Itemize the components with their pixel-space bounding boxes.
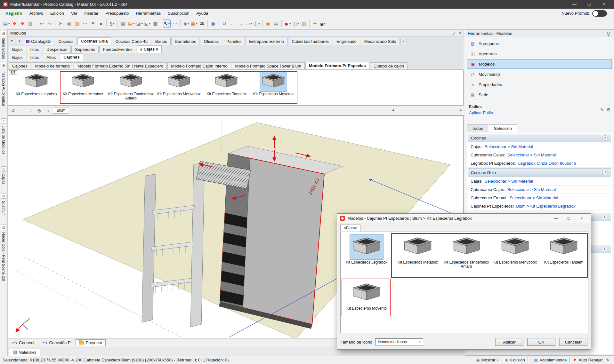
dock-tab-items-extras[interactable]: Items Extras — [1, 38, 6, 59]
menu-suscripcion[interactable]: Suscripción — [164, 9, 193, 18]
menu-ver[interactable]: Ver — [68, 9, 81, 18]
tab-fmt-externo-sin-frente[interactable]: Modelo Formato Externo Sin Frente Especi… — [74, 62, 167, 69]
tab-cocinas-gola[interactable]: Cocinas Gola — [77, 37, 111, 45]
dialog-item-metabox[interactable]: Kit Especieros Metabox — [394, 234, 442, 265]
material-link[interactable]: Seleccionar > Sin Material — [510, 195, 558, 200]
dialog-item-legrabox[interactable]: Kit Especieros Legrabox — [343, 234, 391, 265]
colision-toggle-button[interactable]: ▣ Colisión — [502, 357, 528, 363]
modulation-icon[interactable]: ▦ — [119, 20, 127, 28]
plan-view-icon[interactable]: ▭ — [245, 20, 252, 28]
apply-button[interactable]: Aplicar — [495, 338, 523, 346]
refresh-icon[interactable]: ↺ — [10, 107, 17, 114]
tab-materiales[interactable]: Materiales — [9, 349, 40, 356]
collapse-chevron-icon[interactable]: » — [602, 215, 607, 220]
tab-sub-bajos[interactable]: Bajos — [9, 54, 26, 61]
material-link[interactable]: Seleccionar > Sin Material — [485, 179, 533, 184]
dock-tab-lista-de-modulos[interactable]: Lista de Módulos — [1, 125, 6, 154]
tab-paneles[interactable]: Paneles — [223, 38, 245, 45]
collapse-chevron-icon[interactable]: » — [602, 135, 608, 141]
table-icon[interactable]: ▦ — [190, 20, 198, 28]
user-icon[interactable]: ☻ — [283, 20, 292, 28]
catalog-dropdown-icon[interactable]: ▾ — [9, 38, 15, 44]
tab-sub-islas[interactable]: Islas — [27, 54, 43, 61]
tool-movimiento[interactable]: ⇄Movimiento — [467, 69, 612, 79]
search-icon[interactable]: ◎ — [36, 107, 43, 114]
camera-icon[interactable]: ◙ — [319, 20, 327, 28]
tool-agregados[interactable]: ▤Agregados — [467, 39, 612, 48]
tab-entrepano-externo[interactable]: Entrepaño Externo — [246, 38, 287, 45]
tab-dormitorios[interactable]: Dormitorios — [171, 38, 199, 45]
print-icon[interactable]: ▥ — [27, 20, 34, 28]
menu-ayuda[interactable]: Ayuda — [193, 9, 212, 18]
menu-herramientas[interactable]: Herramientas — [132, 9, 164, 18]
section-header-cocinas[interactable]: Cocinas » — [468, 134, 611, 142]
cancel-button[interactable]: Cancelar — [559, 338, 587, 346]
tab-mecanizado-solo[interactable]: Mecanizado Solo — [361, 38, 400, 45]
filter-chip-blum[interactable]: Blum — [53, 107, 69, 114]
line-tool-icon[interactable]: — — [18, 107, 25, 114]
delete-icon[interactable]: × — [97, 20, 105, 28]
minimize-button[interactable]: — — [567, 0, 582, 9]
pane-scroll-right-icon[interactable]: ► — [459, 108, 463, 112]
insert-icon[interactable]: → — [27, 107, 34, 114]
paste-icon[interactable]: ▨ — [73, 20, 81, 28]
tab-connect[interactable]: Connect — [9, 339, 38, 346]
redo-icon[interactable]: ↪ — [46, 20, 53, 28]
material-link[interactable]: Seleccionar > Sin Material — [485, 144, 533, 149]
sustituir-icon[interactable]: ▤ — [1, 193, 6, 199]
tab-catalog3d[interactable]: Catalog3D — [23, 38, 54, 45]
save-icon[interactable]: ▤ — [3, 20, 10, 28]
tab-fmt-cuerpo-de-cajon[interactable]: Cuerpo de cajón — [370, 62, 408, 69]
items-extras-icon[interactable]: ▦ — [1, 31, 6, 36]
select-cursor-icon[interactable]: ↖ — [163, 20, 171, 28]
maximize-button[interactable]: □ — [582, 0, 596, 9]
catalog-scroll-left-icon[interactable]: ◂ — [16, 38, 22, 44]
hacer-cola-icon[interactable]: ▥ — [1, 225, 6, 230]
tab-cocinas[interactable]: Cocinas — [55, 38, 77, 45]
cut-icon[interactable]: ✂ — [57, 20, 65, 28]
tab-fmt-cajon-interno[interactable]: Modelo Formato Cajón Interno — [167, 62, 231, 69]
gallery-item-tandem[interactable]: Kit Especieros Tandem — [201, 70, 251, 105]
block-icon[interactable]: ▩ — [152, 20, 159, 28]
icon-size-select[interactable]: Iconos medianos — [375, 338, 423, 345]
section-header-cocinas-gola[interactable]: Cocinas Gola » — [468, 168, 611, 177]
menu-registro[interactable]: Registro — [2, 9, 26, 18]
dock-tab-hacer-cola[interactable]: Hacer Cola - Real Scene 2.0 — [1, 232, 6, 281]
diamond-icon[interactable]: ◆ — [182, 20, 190, 28]
tab-islas[interactable]: Islas — [27, 46, 43, 53]
dialog-item-movento[interactable]: Kit Especieros Movento — [343, 281, 391, 311]
dialog-item-tandembox-antaro[interactable]: Kit Especieros Tandembox Antaro — [442, 234, 490, 269]
dialog-maximize-button[interactable]: □ — [562, 214, 575, 223]
menu-archivo[interactable]: Archivo — [26, 9, 47, 18]
layers-icon[interactable]: ▤ — [272, 20, 280, 28]
catalog-scroll-right-icon[interactable]: ▸ — [400, 38, 407, 44]
light-icon[interactable]: ✦ — [311, 20, 319, 28]
close-panel-icon[interactable]: × — [458, 31, 461, 35]
dialog-close-button[interactable]: × — [575, 214, 588, 223]
ok-button[interactable]: OK — [527, 338, 555, 346]
edit-pencil-icon[interactable]: ✎ — [606, 358, 610, 362]
gallery-item-metabox[interactable]: Kit Especieros Metabox — [61, 70, 105, 105]
tab-superiores[interactable]: Superiores — [71, 46, 99, 53]
gallery-item-tandembox-antaro[interactable]: Kit Especieros Tandembox Antaro — [105, 70, 157, 105]
angle-icon[interactable]: ◣ — [144, 20, 151, 28]
tab-oficinas[interactable]: Oficinas — [200, 38, 222, 45]
menu-presupuesto[interactable]: Presupuesto — [102, 9, 132, 18]
eye-icon[interactable]: ◉ — [209, 20, 217, 28]
tab-conexion-p[interactable]: Conexión P — [39, 339, 74, 346]
gallery-item-movento[interactable]: Kit Especieros Movento — [251, 70, 296, 105]
tab-bajos[interactable]: Bajos — [9, 46, 26, 53]
render-icon[interactable]: ▣ — [264, 20, 272, 28]
shapes-icon[interactable]: ◪ — [135, 20, 143, 28]
auto-rebajar-button[interactable]: ▼ Auto Rebajar — [573, 358, 603, 362]
tab-engrosado[interactable]: Engrosado — [333, 38, 360, 45]
tab-proyecto[interactable]: Proyecto — [76, 339, 106, 346]
tab-fmt-modelo-de-formato[interactable]: Modelo de formato — [32, 62, 73, 69]
promob-catalog-icon[interactable]: ❖ — [11, 20, 18, 28]
tool-serie[interactable]: ▦Serie — [467, 90, 612, 99]
material-link[interactable]: Blum > Kit Especieros Legrabox — [516, 204, 575, 209]
bricks-icon[interactable]: ▤ — [127, 20, 135, 28]
tab-todos[interactable]: Todos — [467, 124, 488, 132]
window-grid-icon[interactable]: ◫ — [292, 20, 300, 28]
dialog-item-merivobox[interactable]: Kit Especieros Merivobox — [491, 234, 539, 265]
